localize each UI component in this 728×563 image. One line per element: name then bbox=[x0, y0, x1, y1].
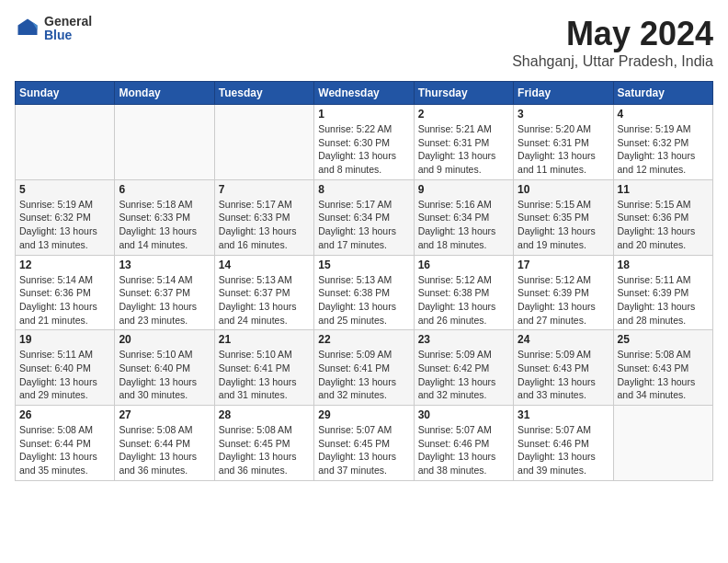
day-number: 26 bbox=[19, 408, 110, 421]
title-location: Shahganj, Uttar Pradesh, India bbox=[512, 53, 713, 70]
calendar-cell: 11Sunrise: 5:15 AM Sunset: 6:36 PM Dayli… bbox=[613, 179, 712, 255]
day-info: Sunrise: 5:07 AM Sunset: 6:45 PM Dayligh… bbox=[318, 423, 409, 477]
logo-general: General bbox=[44, 15, 92, 29]
calendar-week-5: 26Sunrise: 5:08 AM Sunset: 6:44 PM Dayli… bbox=[16, 406, 713, 481]
calendar-cell: 12Sunrise: 5:14 AM Sunset: 6:36 PM Dayli… bbox=[16, 255, 115, 330]
day-number: 13 bbox=[119, 259, 210, 271]
day-number: 27 bbox=[119, 408, 210, 421]
day-info: Sunrise: 5:07 AM Sunset: 6:46 PM Dayligh… bbox=[418, 423, 509, 477]
svg-marker-0 bbox=[18, 19, 38, 36]
day-info: Sunrise: 5:16 AM Sunset: 6:34 PM Dayligh… bbox=[418, 198, 509, 252]
calendar-cell: 2Sunrise: 5:21 AM Sunset: 6:31 PM Daylig… bbox=[414, 105, 513, 180]
logo-blue: Blue bbox=[44, 29, 92, 42]
day-number: 31 bbox=[518, 408, 609, 421]
day-info: Sunrise: 5:15 AM Sunset: 6:36 PM Dayligh… bbox=[618, 198, 709, 252]
day-number: 14 bbox=[219, 259, 310, 271]
calendar-cell: 3Sunrise: 5:20 AM Sunset: 6:31 PM Daylig… bbox=[514, 105, 613, 180]
day-number: 29 bbox=[318, 408, 409, 421]
day-info: Sunrise: 5:19 AM Sunset: 6:32 PM Dayligh… bbox=[618, 122, 709, 177]
day-number: 22 bbox=[318, 333, 409, 346]
logo-text: General Blue bbox=[44, 15, 92, 43]
day-number: 19 bbox=[19, 333, 110, 346]
day-number: 21 bbox=[219, 333, 310, 346]
day-info: Sunrise: 5:12 AM Sunset: 6:39 PM Dayligh… bbox=[518, 273, 609, 327]
calendar-cell bbox=[613, 406, 712, 481]
calendar-cell bbox=[115, 105, 214, 180]
day-info: Sunrise: 5:14 AM Sunset: 6:36 PM Dayligh… bbox=[19, 273, 110, 327]
day-info: Sunrise: 5:08 AM Sunset: 6:43 PM Dayligh… bbox=[618, 348, 709, 402]
calendar-week-4: 19Sunrise: 5:11 AM Sunset: 6:40 PM Dayli… bbox=[16, 330, 713, 406]
calendar-cell: 6Sunrise: 5:18 AM Sunset: 6:33 PM Daylig… bbox=[115, 179, 214, 255]
day-info: Sunrise: 5:13 AM Sunset: 6:37 PM Dayligh… bbox=[219, 273, 310, 327]
day-number: 3 bbox=[518, 108, 609, 121]
calendar-cell: 24Sunrise: 5:09 AM Sunset: 6:43 PM Dayli… bbox=[514, 330, 613, 406]
day-info: Sunrise: 5:18 AM Sunset: 6:33 PM Dayligh… bbox=[119, 198, 210, 252]
day-info: Sunrise: 5:22 AM Sunset: 6:30 PM Dayligh… bbox=[318, 122, 409, 177]
calendar-cell: 31Sunrise: 5:07 AM Sunset: 6:46 PM Dayli… bbox=[514, 406, 613, 481]
day-info: Sunrise: 5:11 AM Sunset: 6:40 PM Dayligh… bbox=[19, 348, 110, 402]
calendar-cell: 10Sunrise: 5:15 AM Sunset: 6:35 PM Dayli… bbox=[514, 179, 613, 255]
day-number: 28 bbox=[219, 408, 310, 421]
header-tuesday: Tuesday bbox=[214, 82, 313, 105]
day-number: 25 bbox=[618, 333, 709, 346]
day-info: Sunrise: 5:08 AM Sunset: 6:45 PM Dayligh… bbox=[219, 423, 310, 477]
day-number: 20 bbox=[119, 333, 210, 346]
page-header: General Blue May 2024 Shahganj, Uttar Pr… bbox=[15, 15, 713, 70]
day-info: Sunrise: 5:15 AM Sunset: 6:35 PM Dayligh… bbox=[518, 198, 609, 252]
calendar-cell: 29Sunrise: 5:07 AM Sunset: 6:45 PM Dayli… bbox=[314, 406, 414, 481]
day-info: Sunrise: 5:10 AM Sunset: 6:41 PM Dayligh… bbox=[219, 348, 310, 402]
day-info: Sunrise: 5:08 AM Sunset: 6:44 PM Dayligh… bbox=[19, 423, 110, 477]
calendar-cell: 14Sunrise: 5:13 AM Sunset: 6:37 PM Dayli… bbox=[214, 255, 313, 330]
day-number: 7 bbox=[219, 183, 310, 196]
day-info: Sunrise: 5:17 AM Sunset: 6:34 PM Dayligh… bbox=[318, 198, 409, 252]
day-number: 10 bbox=[518, 183, 609, 196]
day-number: 17 bbox=[518, 259, 609, 271]
calendar-cell: 28Sunrise: 5:08 AM Sunset: 6:45 PM Dayli… bbox=[214, 406, 313, 481]
day-number: 15 bbox=[318, 259, 409, 271]
day-info: Sunrise: 5:11 AM Sunset: 6:39 PM Dayligh… bbox=[618, 273, 709, 327]
calendar-cell: 20Sunrise: 5:10 AM Sunset: 6:40 PM Dayli… bbox=[115, 330, 214, 406]
calendar-cell: 25Sunrise: 5:08 AM Sunset: 6:43 PM Dayli… bbox=[613, 330, 712, 406]
day-info: Sunrise: 5:12 AM Sunset: 6:38 PM Dayligh… bbox=[418, 273, 509, 327]
calendar-cell: 16Sunrise: 5:12 AM Sunset: 6:38 PM Dayli… bbox=[414, 255, 513, 330]
header-sunday: Sunday bbox=[16, 82, 115, 105]
day-number: 1 bbox=[318, 108, 409, 121]
header-friday: Friday bbox=[514, 82, 613, 105]
calendar-cell: 21Sunrise: 5:10 AM Sunset: 6:41 PM Dayli… bbox=[214, 330, 313, 406]
calendar-cell: 7Sunrise: 5:17 AM Sunset: 6:33 PM Daylig… bbox=[214, 179, 313, 255]
day-info: Sunrise: 5:09 AM Sunset: 6:43 PM Dayligh… bbox=[518, 348, 609, 402]
day-info: Sunrise: 5:10 AM Sunset: 6:40 PM Dayligh… bbox=[119, 348, 210, 402]
day-info: Sunrise: 5:21 AM Sunset: 6:31 PM Dayligh… bbox=[418, 122, 509, 177]
day-info: Sunrise: 5:14 AM Sunset: 6:37 PM Dayligh… bbox=[119, 273, 210, 327]
day-info: Sunrise: 5:13 AM Sunset: 6:38 PM Dayligh… bbox=[318, 273, 409, 327]
calendar-cell: 13Sunrise: 5:14 AM Sunset: 6:37 PM Dayli… bbox=[115, 255, 214, 330]
day-info: Sunrise: 5:09 AM Sunset: 6:42 PM Dayligh… bbox=[418, 348, 509, 402]
day-info: Sunrise: 5:20 AM Sunset: 6:31 PM Dayligh… bbox=[518, 122, 609, 177]
header-saturday: Saturday bbox=[613, 82, 712, 105]
calendar-cell bbox=[16, 105, 115, 180]
day-number: 23 bbox=[418, 333, 509, 346]
calendar-cell: 18Sunrise: 5:11 AM Sunset: 6:39 PM Dayli… bbox=[613, 255, 712, 330]
day-info: Sunrise: 5:17 AM Sunset: 6:33 PM Dayligh… bbox=[219, 198, 310, 252]
day-number: 16 bbox=[418, 259, 509, 271]
calendar-cell: 26Sunrise: 5:08 AM Sunset: 6:44 PM Dayli… bbox=[16, 406, 115, 481]
calendar-week-3: 12Sunrise: 5:14 AM Sunset: 6:36 PM Dayli… bbox=[16, 255, 713, 330]
calendar-week-1: 1Sunrise: 5:22 AM Sunset: 6:30 PM Daylig… bbox=[16, 105, 713, 180]
day-number: 30 bbox=[418, 408, 509, 421]
calendar-cell: 5Sunrise: 5:19 AM Sunset: 6:32 PM Daylig… bbox=[16, 179, 115, 255]
calendar-cell: 8Sunrise: 5:17 AM Sunset: 6:34 PM Daylig… bbox=[314, 179, 414, 255]
title-block: May 2024 Shahganj, Uttar Pradesh, India bbox=[512, 15, 713, 70]
day-number: 5 bbox=[19, 183, 110, 196]
calendar-cell: 30Sunrise: 5:07 AM Sunset: 6:46 PM Dayli… bbox=[414, 406, 513, 481]
calendar-cell: 27Sunrise: 5:08 AM Sunset: 6:44 PM Dayli… bbox=[115, 406, 214, 481]
calendar-cell: 4Sunrise: 5:19 AM Sunset: 6:32 PM Daylig… bbox=[613, 105, 712, 180]
calendar-cell bbox=[214, 105, 313, 180]
calendar-header-row: SundayMondayTuesdayWednesdayThursdayFrid… bbox=[16, 82, 713, 105]
header-wednesday: Wednesday bbox=[314, 82, 414, 105]
header-monday: Monday bbox=[115, 82, 214, 105]
day-number: 12 bbox=[19, 259, 110, 271]
logo: General Blue bbox=[15, 15, 92, 43]
day-number: 24 bbox=[518, 333, 609, 346]
day-info: Sunrise: 5:09 AM Sunset: 6:41 PM Dayligh… bbox=[318, 348, 409, 402]
calendar-cell: 19Sunrise: 5:11 AM Sunset: 6:40 PM Dayli… bbox=[16, 330, 115, 406]
